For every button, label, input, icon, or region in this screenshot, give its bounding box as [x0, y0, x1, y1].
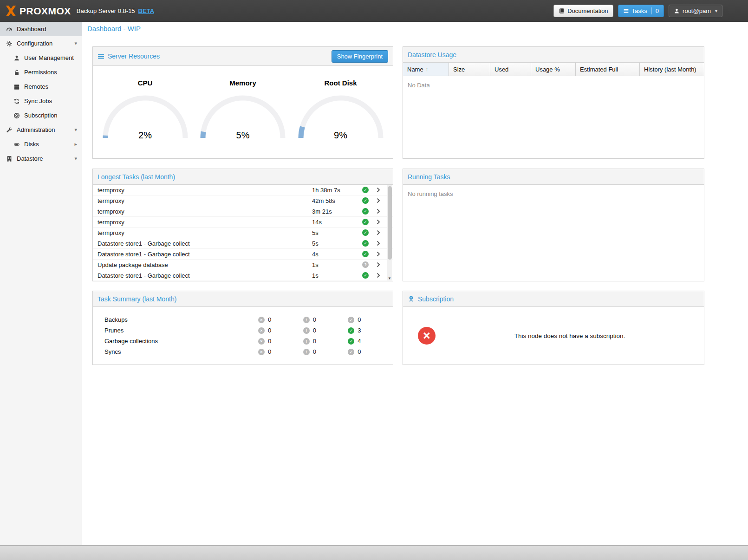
- no-subscription-icon: ×: [418, 327, 436, 345]
- task-ok-icon: ✓: [358, 251, 372, 257]
- chevron-right-icon[interactable]: [372, 219, 384, 225]
- sidebar-item-user-management[interactable]: User Management: [0, 51, 82, 65]
- book-icon: [559, 8, 565, 14]
- task-name: termproxy: [93, 208, 312, 215]
- chevron-right-icon[interactable]: ▸: [74, 141, 77, 147]
- warning-icon: !: [303, 338, 310, 345]
- column-header-history-last-month[interactable]: History (last Month): [640, 63, 704, 76]
- subscription-message: This node does not have a subscription.: [436, 332, 704, 339]
- chevron-right-icon[interactable]: [372, 187, 384, 193]
- sidebar-item-datastore[interactable]: Datastore▾: [0, 151, 82, 166]
- column-header-used[interactable]: Used: [490, 63, 531, 76]
- gauge-arc: 5%: [197, 92, 288, 141]
- column-header-size[interactable]: Size: [449, 63, 490, 76]
- error-count: ×0: [258, 327, 303, 334]
- sidebar-item-label: Permissions: [24, 69, 57, 76]
- chevron-down-icon[interactable]: ▾: [74, 127, 77, 133]
- task-row[interactable]: termproxy1h 38m 7s✓: [93, 185, 393, 195]
- sidebar-item-sync-jobs[interactable]: Sync Jobs: [0, 94, 82, 108]
- documentation-button[interactable]: Documentation: [553, 5, 613, 17]
- task-name: Datastore store1 - Garbage collect: [93, 240, 312, 247]
- chevron-right-icon[interactable]: [372, 241, 384, 246]
- hdd-icon: [13, 141, 20, 148]
- chevron-right-icon[interactable]: [372, 273, 384, 278]
- chevron-right-icon[interactable]: [372, 198, 384, 203]
- warning-icon: !: [303, 327, 310, 334]
- user-menu-label: root@pam: [683, 7, 711, 14]
- sidebar-item-dashboard[interactable]: Dashboard: [0, 22, 82, 36]
- task-row[interactable]: Datastore store1 - Garbage collect4s✓: [93, 249, 393, 260]
- chevron-right-icon[interactable]: [372, 230, 384, 235]
- sidebar-item-disks[interactable]: Disks▸: [0, 137, 82, 151]
- task-summary-row: Backups×0!0✓0: [93, 314, 393, 325]
- datastore-usage-header: Datastore Usage: [403, 47, 704, 63]
- task-summary-row: Garbage collections×0!0✓4: [93, 336, 393, 346]
- column-header-usage[interactable]: Usage %: [531, 63, 576, 76]
- task-row[interactable]: Update package database1s?: [93, 260, 393, 270]
- task-name: Update package database: [93, 261, 312, 268]
- task-duration: 1h 38m 7s: [312, 187, 358, 194]
- unlock-icon: [13, 69, 20, 76]
- sidebar: DashboardConfiguration▾User ManagementPe…: [0, 22, 82, 545]
- longest-tasks-list: termproxy1h 38m 7s✓termproxy42m 58s✓term…: [93, 185, 393, 281]
- task-row[interactable]: Datastore store1 - Garbage collect1s✓: [93, 270, 393, 281]
- main-content: Dashboard - WIP Server Resources Show Fi…: [82, 22, 748, 545]
- chevron-right-icon[interactable]: [372, 251, 384, 257]
- chevron-right-icon[interactable]: [372, 208, 384, 214]
- tasks-count-badge: 0: [651, 7, 659, 14]
- warning-count: !0: [303, 327, 348, 334]
- task-name: termproxy: [93, 197, 312, 204]
- sidebar-item-permissions[interactable]: Permissions: [0, 65, 82, 79]
- datastore-usage-title: Datastore Usage: [408, 51, 456, 59]
- longest-tasks-header: Longest Tasks (last Month): [93, 169, 393, 185]
- task-summary-title: Task Summary (last Month): [98, 295, 176, 303]
- sidebar-item-label: Remotes: [24, 83, 48, 90]
- sidebar-item-label: Datastore: [17, 155, 43, 162]
- warning-icon: !: [303, 349, 310, 355]
- gauges-container: CPU2%Memory5%Root Disk9%: [93, 66, 393, 141]
- chevron-right-icon[interactable]: [372, 262, 384, 267]
- column-header-estimated-full[interactable]: Estimated Full: [576, 63, 640, 76]
- server-resources-icon: [98, 53, 104, 60]
- column-label: Name: [407, 66, 423, 73]
- beta-link[interactable]: BETA: [138, 7, 154, 14]
- task-name: termproxy: [93, 219, 312, 226]
- sidebar-item-label: Configuration: [17, 40, 52, 47]
- server-resources-panel: Server Resources Show Fingerprint CPU2%M…: [92, 46, 393, 159]
- scrollbar[interactable]: ▼: [387, 185, 392, 280]
- task-row[interactable]: termproxy3m 21s✓: [93, 206, 393, 217]
- task-row[interactable]: Datastore store1 - Garbage collect5s✓: [93, 238, 393, 249]
- task-summary-panel: Task Summary (last Month) Backups×0!0✓0P…: [92, 291, 393, 365]
- tasks-button[interactable]: Tasks 0: [618, 5, 664, 17]
- user-menu-button[interactable]: root@pam ▾: [669, 5, 722, 17]
- sidebar-item-label: Dashboard: [17, 26, 46, 33]
- chevron-down-icon[interactable]: ▾: [74, 156, 77, 162]
- error-icon: ×: [258, 327, 265, 334]
- server-icon: [13, 84, 20, 90]
- task-row[interactable]: termproxy5s✓: [93, 228, 393, 238]
- column-header-name[interactable]: Name↑: [403, 63, 449, 76]
- sidebar-item-subscription[interactable]: Subscription: [0, 108, 82, 123]
- scrollbar-thumb[interactable]: [388, 186, 392, 260]
- task-row[interactable]: termproxy42m 58s✓: [93, 195, 393, 206]
- sidebar-item-label: Administration: [17, 126, 55, 133]
- logo-text: PROXMOX: [20, 6, 71, 17]
- task-type-label: Garbage collections: [104, 338, 258, 345]
- ok-icon: ✓: [348, 317, 354, 323]
- sidebar-item-configuration[interactable]: Configuration▾: [0, 36, 82, 51]
- sidebar-item-remotes[interactable]: Remotes: [0, 79, 82, 94]
- product-version: Backup Server 0.8-15: [77, 7, 135, 14]
- task-ok-icon: ✓: [358, 229, 372, 236]
- ok-icon: ✓: [348, 338, 354, 345]
- chevron-down-icon[interactable]: ▾: [74, 40, 77, 46]
- error-count: ×0: [258, 348, 303, 355]
- status-bar: [0, 545, 748, 560]
- show-fingerprint-button[interactable]: Show Fingerprint: [332, 50, 388, 63]
- scrollbar-down-arrow[interactable]: ▼: [387, 276, 392, 280]
- sidebar-item-administration[interactable]: Administration▾: [0, 123, 82, 137]
- gauge-label: CPU: [100, 79, 191, 87]
- task-type-label: Prunes: [104, 327, 258, 334]
- user-icon: [13, 55, 20, 61]
- task-row[interactable]: termproxy14s✓: [93, 217, 393, 228]
- caret-down-icon: ▾: [715, 8, 717, 13]
